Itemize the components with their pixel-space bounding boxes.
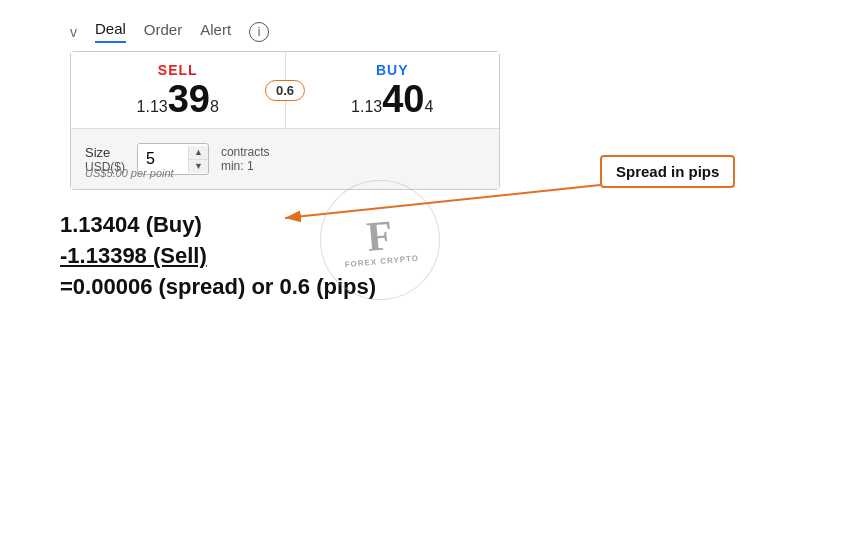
- size-row: Size USD($) ▲ ▼ contracts min: 1 US$5.00…: [71, 129, 499, 189]
- buy-price-display: 1.13 40 4: [351, 80, 433, 118]
- tab-alert[interactable]: Alert: [200, 21, 231, 42]
- size-up-arrow[interactable]: ▲: [189, 146, 208, 160]
- spread-badge: 0.6: [265, 80, 305, 101]
- tab-bar: v Deal Order Alert i: [70, 20, 269, 43]
- sell-side[interactable]: SELL 1.13 39 8: [71, 52, 286, 128]
- info-icon[interactable]: i: [249, 22, 269, 42]
- size-label: Size: [85, 145, 125, 160]
- contracts-label: contracts: [221, 145, 270, 159]
- buy-price-main: 40: [382, 80, 424, 118]
- buy-price-suffix: 4: [425, 98, 434, 116]
- per-point-label: US$5.00 per point: [85, 167, 174, 179]
- sell-price-suffix: 8: [210, 98, 219, 116]
- watermark-text: FOREX CRYPTO: [344, 253, 419, 268]
- buy-price-prefix: 1.13: [351, 98, 382, 116]
- watermark-letter: F: [365, 213, 394, 257]
- tab-order[interactable]: Order: [144, 21, 182, 42]
- sell-price-prefix: 1.13: [137, 98, 168, 116]
- size-arrows: ▲ ▼: [188, 146, 208, 173]
- sell-label: SELL: [158, 62, 198, 78]
- trading-widget: SELL 1.13 39 8 0.6 BUY 1.13 40 4: [70, 51, 500, 190]
- contracts-info: contracts min: 1: [221, 145, 270, 173]
- chevron-icon[interactable]: v: [70, 24, 77, 40]
- buy-side[interactable]: BUY 1.13 40 4: [286, 52, 500, 128]
- annotation-line-3: =0.00006 (spread) or 0.6 (pips): [60, 272, 376, 303]
- sell-price-main: 39: [168, 80, 210, 118]
- price-row: SELL 1.13 39 8 0.6 BUY 1.13 40 4: [71, 52, 499, 129]
- buy-label: BUY: [376, 62, 409, 78]
- min-label: min: 1: [221, 159, 270, 173]
- sell-price-display: 1.13 39 8: [137, 80, 219, 118]
- size-down-arrow[interactable]: ▼: [189, 160, 208, 173]
- tab-deal[interactable]: Deal: [95, 20, 126, 43]
- spread-in-pips-annotation: Spread in pips: [600, 155, 735, 188]
